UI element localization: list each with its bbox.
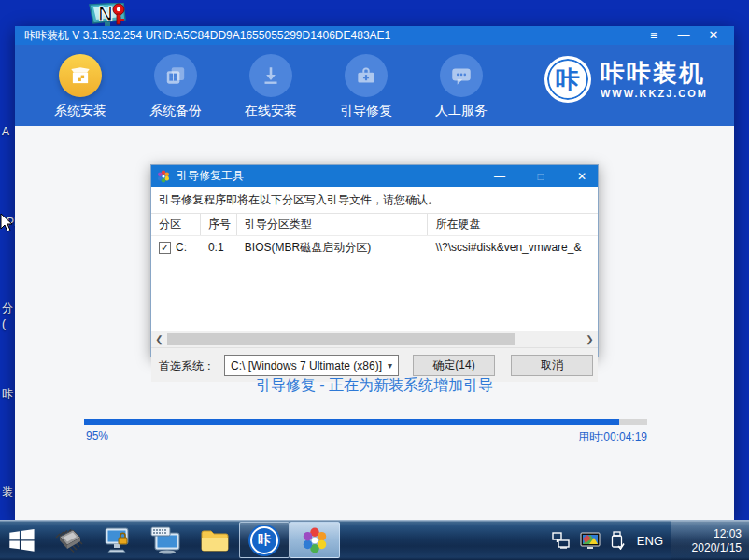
mouse-cursor [0, 213, 13, 237]
cancel-button[interactable]: 取消 [511, 355, 593, 376]
download-icon [249, 54, 292, 97]
menu-icon[interactable]: ≡ [646, 26, 661, 45]
scroll-right-icon[interactable]: ❯ [582, 331, 598, 347]
column-disk[interactable]: 所在硬盘 [428, 214, 598, 235]
taskbar: 咔 [0, 520, 749, 560]
nav-online-install[interactable]: 在线安装 [224, 54, 318, 119]
scrollbar-thumb[interactable] [167, 333, 515, 345]
nav-system-install[interactable]: 系统安装 [34, 54, 127, 119]
app-titlebar: 咔咔装机 V 3.1.532.254 URID:A5C84DD9A1655055… [15, 26, 734, 45]
dialog-titlebar[interactable]: 引导修复工具 — □ ✕ [151, 165, 598, 187]
system-tray: ENG 12:03 2020/1/15 [547, 521, 749, 560]
preferred-system-value: C:\ [Windows 7 Ultimate (x86)] [231, 359, 382, 372]
column-boot-type[interactable]: 引导分区类型 [237, 214, 429, 235]
kaka-app-icon: 咔 [250, 526, 278, 554]
dialog-title: 引导修复工具 [177, 168, 244, 184]
nav-label: 系统安装 [34, 103, 127, 119]
install-box-icon [59, 54, 102, 97]
nav-label: 系统备份 [129, 103, 222, 119]
boot-repair-dialog: 引导修复工具 — □ ✕ 引导修复程序即将在以下分区写入引导文件，请您确认。 分… [150, 164, 599, 357]
preferred-system-select[interactable]: C:\ [Windows 7 Ultimate (x86)] ▾ [224, 355, 399, 376]
desktop-label-fragment: A [2, 125, 9, 138]
table-empty-area [151, 259, 598, 331]
desktop: N A PE 分 ( 咔 装 咔咔装机 V 3.1.532.254 URID:A… [0, 0, 749, 560]
pinwheel-icon [156, 169, 171, 184]
language-indicator[interactable]: ENG [637, 534, 663, 548]
nav-label: 人工服务 [415, 103, 508, 119]
table-header: 分区 序号 引导分区类型 所在硬盘 [151, 214, 598, 236]
cell-partition: C: [176, 241, 187, 254]
progress-bar [84, 419, 647, 425]
taskbar-folder-icon[interactable] [191, 520, 239, 560]
column-index[interactable]: 序号 [201, 214, 237, 235]
close-icon[interactable]: ✕ [706, 26, 721, 45]
taskbar-chip-icon[interactable] [45, 520, 93, 560]
taskbar-monitor-lock-icon[interactable] [93, 520, 142, 560]
clock-date: 2020/1/15 [671, 541, 742, 554]
desktop-label-fragment: 装 [2, 484, 13, 500]
brand-name: 咔咔装机 [601, 61, 708, 85]
brand-site: WWW.KKZJ.COM [601, 88, 708, 99]
taskbar-monitor-keyboard-icon[interactable] [142, 520, 191, 560]
app-title: 咔咔装机 V 3.1.532.254 URID:A5C84DD9A1655055… [24, 28, 390, 44]
clock[interactable]: 12:03 2020/1/15 [671, 521, 749, 560]
pinwheel-icon [301, 526, 329, 554]
row-checkbox[interactable]: ✓ [159, 242, 171, 254]
backup-windows-icon [154, 54, 197, 97]
network-icon[interactable] [552, 532, 571, 549]
svg-text:N: N [98, 2, 113, 25]
cell-boot-type: BIOS(MBR磁盘启动分区) [237, 240, 429, 256]
taskbar-pinwheel-app-button[interactable] [290, 522, 340, 558]
ok-button[interactable]: 确定(14) [413, 355, 495, 376]
status-text: 引导修复 - 正在为新装系统增加引导 [15, 376, 734, 396]
dialog-close-icon[interactable]: ✕ [575, 170, 588, 183]
desktop-label-fragment: 咔 [2, 386, 13, 402]
dialog-message: 引导修复程序即将在以下分区写入引导文件，请您确认。 [151, 187, 598, 214]
brand-badge-icon: 咔 [544, 56, 591, 103]
minimize-icon[interactable]: — [676, 26, 691, 45]
desktop-label-fragment: ( [2, 317, 6, 330]
horizontal-scrollbar[interactable]: ❮ ❯ [151, 331, 598, 347]
preferred-system-label: 首选系统： [159, 358, 215, 374]
window-controls: ≡ — ✕ [646, 26, 721, 45]
table-row[interactable]: ✓ C: 0:1 BIOS(MBR磁盘启动分区) \\?\scsi#disk&v… [151, 236, 598, 259]
windows-logo-icon [9, 529, 35, 552]
brand-logo: 咔 咔咔装机 WWW.KKZJ.COM [544, 56, 708, 103]
elapsed-time: 用时:00:04:19 [84, 429, 647, 445]
usb-icon[interactable] [610, 531, 625, 550]
nav-label: 引导修复 [319, 103, 413, 119]
app-toolbar: 系统安装 系统备份 [15, 45, 734, 126]
start-button[interactable] [0, 520, 45, 560]
clock-time: 12:03 [671, 527, 742, 540]
dialog-maximize-icon[interactable]: □ [534, 170, 547, 183]
progress-fill [84, 419, 619, 425]
nav-human-service[interactable]: 人工服务 [415, 54, 508, 119]
dialog-minimize-icon[interactable]: — [493, 170, 506, 183]
scroll-left-icon[interactable]: ❮ [151, 331, 167, 347]
column-partition[interactable]: 分区 [151, 214, 201, 235]
kaka-app-window: 咔咔装机 V 3.1.532.254 URID:A5C84DD9A1655055… [15, 26, 734, 520]
desktop-label-fragment: 分 [2, 301, 13, 316]
toolbox-icon [345, 54, 388, 97]
nav-label: 在线安装 [224, 103, 318, 119]
display-icon[interactable] [580, 532, 601, 550]
cell-disk: \\?\scsi#disk&ven_vmware_& [428, 241, 598, 254]
taskbar-kaka-app-button[interactable]: 咔 [239, 522, 290, 558]
chevron-down-icon: ▾ [388, 360, 392, 371]
nav-system-backup[interactable]: 系统备份 [129, 54, 222, 119]
chat-icon [440, 54, 483, 97]
dialog-controls: — □ ✕ [493, 165, 588, 187]
cell-index: 0:1 [201, 241, 237, 254]
nav-boot-repair[interactable]: 引导修复 [319, 54, 413, 119]
